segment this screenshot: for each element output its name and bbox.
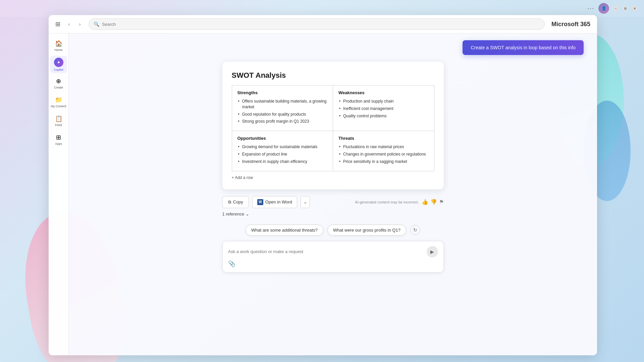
chevron-down-icon: ⌄ <box>246 212 249 217</box>
minimize-button[interactable]: − <box>613 6 619 11</box>
swot-table: Strengths Offers sustainable building ma… <box>232 85 434 171</box>
browser-toolbar: ⊞ ‹ › 🔍 Microsoft 365 <box>49 15 597 34</box>
flag-icon[interactable]: ⚑ <box>439 199 444 205</box>
swot-title: SWOT Analysis <box>232 71 434 80</box>
threats-list: Fluctuations in raw material prices Chan… <box>338 144 429 164</box>
list-item: Inefficient cost management <box>338 106 429 112</box>
refresh-button[interactable]: ↻ <box>410 225 420 235</box>
attach-icon[interactable]: 📎 <box>228 260 235 267</box>
chat-input[interactable] <box>228 249 423 254</box>
sidebar-item-home[interactable]: 🏠 Home <box>50 37 67 54</box>
list-item: Production and supply chain <box>338 99 429 104</box>
apps-icon: ⊞ <box>56 134 61 141</box>
list-item: Quality control problems <box>338 113 429 119</box>
forward-button[interactable]: › <box>75 19 85 29</box>
search-icon: 🔍 <box>94 21 99 27</box>
avatar[interactable]: 👤 <box>598 3 609 14</box>
settings-button[interactable]: ⚙ <box>623 6 628 11</box>
ai-note-area: AI-generated content may be incorrect. 👍… <box>355 199 443 205</box>
sidebar: 🏠 Home ✦ Copilot ⊕ Create 📁 My Content 📋… <box>49 34 69 355</box>
feedback-icons: 👍 👎 ⚑ <box>422 199 444 205</box>
weaknesses-list: Production and supply chain Inefficient … <box>338 99 429 119</box>
references-row: 1 reference ⌄ <box>222 212 444 217</box>
suggestion-chip-1[interactable]: What are some additional threats? <box>246 225 323 236</box>
send-icon: ▶ <box>430 249 434 254</box>
thumbs-down-icon[interactable]: 👎 <box>430 199 437 205</box>
word-icon: W <box>257 199 263 205</box>
open-word-label: Open in Word <box>265 199 292 204</box>
action-left: ⧉ Copy W Open in Word ⌄ <box>222 196 310 208</box>
sidebar-item-home-label: Home <box>54 48 62 52</box>
strengths-header: Strengths <box>237 90 328 95</box>
my-content-icon: 📁 <box>55 96 62 104</box>
suggestion-chip-2[interactable]: What were our gross profits in Q1? <box>327 225 406 236</box>
apps-grid-icon[interactable]: ⊞ <box>55 20 60 28</box>
swot-actions: ⧉ Copy W Open in Word ⌄ AI-generated con… <box>222 196 444 208</box>
back-button[interactable]: ‹ <box>64 19 74 29</box>
thumbs-up-icon[interactable]: 👍 <box>422 199 428 205</box>
open-word-button[interactable]: W Open in Word <box>252 196 297 208</box>
copy-icon: ⧉ <box>228 199 231 205</box>
sidebar-item-copilot-label: Copilot <box>54 68 63 71</box>
list-item: Expansion of product line <box>237 152 328 157</box>
input-row: ▶ <box>228 246 438 257</box>
sidebar-item-my-content-label: My Content <box>51 105 66 108</box>
list-item: Fluctuations in raw material prices <box>338 144 429 150</box>
opportunities-list: Growing demand for sustainable materials… <box>237 144 328 164</box>
create-swot-button[interactable]: Create a SWOT analysis in loop based on … <box>463 40 584 55</box>
browser-window: ⊞ ‹ › 🔍 Microsoft 365 🏠 Home ✦ Copilot ⊕… <box>49 15 597 355</box>
search-bar[interactable]: 🔍 <box>89 18 545 30</box>
copilot-icon: ✦ <box>54 58 63 67</box>
more-options-icon[interactable]: ··· <box>587 5 594 12</box>
add-row-button[interactable]: + Add a row <box>232 175 434 180</box>
word-dropdown-button[interactable]: ⌄ <box>301 196 310 208</box>
copy-button[interactable]: ⧉ Copy <box>222 196 249 208</box>
nav-arrows: ‹ › <box>64 19 85 29</box>
sidebar-item-create-label: Create <box>54 86 63 89</box>
list-item: Growing demand for sustainable materials <box>237 144 328 150</box>
weaknesses-header: Weaknesses <box>338 90 429 95</box>
reference-link[interactable]: 1 reference ⌄ <box>222 212 444 217</box>
list-item: Investment in supply chain efficiency <box>237 159 328 165</box>
list-item: Price sensitivity in a sagging market <box>338 159 429 165</box>
copy-label: Copy <box>233 199 243 204</box>
search-input[interactable] <box>102 22 540 27</box>
swot-card: SWOT Analysis Strengths Offers sustainab… <box>222 62 444 189</box>
reference-label: 1 reference <box>222 212 245 217</box>
list-item: Offers sustainable building materials, a… <box>237 99 328 110</box>
top-bar: ··· 👤 − ⚙ ✕ <box>0 0 644 17</box>
sidebar-item-my-content[interactable]: 📁 My Content <box>50 93 67 111</box>
input-area: ▶ 📎 <box>222 241 444 273</box>
sidebar-item-copilot[interactable]: ✦ Copilot <box>50 56 67 73</box>
sidebar-item-feed[interactable]: 📋 Feed <box>50 112 67 129</box>
sidebar-item-feed-label: Feed <box>55 123 62 127</box>
list-item: Good reputation for quality products <box>237 112 328 117</box>
threats-header: Threats <box>338 136 429 141</box>
input-toolbar: 📎 <box>228 260 438 267</box>
opportunities-header: Opportunities <box>237 136 328 141</box>
ai-note-text: AI-generated content may be incorrect. <box>355 200 419 204</box>
sidebar-item-apps-label: Apps <box>55 142 62 145</box>
chevron-down-icon: ⌄ <box>304 200 307 204</box>
browser-content: 🏠 Home ✦ Copilot ⊕ Create 📁 My Content 📋… <box>49 34 597 355</box>
create-icon: ⊕ <box>56 77 61 85</box>
close-button[interactable]: ✕ <box>632 6 637 11</box>
sidebar-item-apps[interactable]: ⊞ Apps <box>50 131 67 148</box>
list-item: Strong gross profit margin in Q1 2023 <box>237 119 328 124</box>
suggestions-row: What are some additional threats? What w… <box>246 225 420 236</box>
home-icon: 🏠 <box>55 40 62 47</box>
strengths-list: Offers sustainable building materials, a… <box>237 99 328 124</box>
list-item: Changes in government policies or regula… <box>338 152 429 157</box>
main-content: Create a SWOT analysis in loop based on … <box>69 34 597 355</box>
send-button[interactable]: ▶ <box>427 246 438 257</box>
sidebar-item-create[interactable]: ⊕ Create <box>50 74 67 92</box>
app-title: Microsoft 365 <box>551 21 590 28</box>
feed-icon: 📋 <box>55 115 62 122</box>
